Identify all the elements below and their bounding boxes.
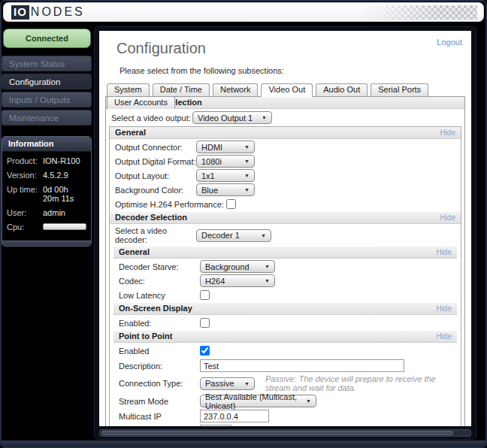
field-label: Description: <box>119 362 200 371</box>
field-label: Decoder Starve: <box>119 262 200 271</box>
connection-status-badge: Connected <box>3 29 91 48</box>
output-digital-format-row: Output Digital Format: 1080i ▼ <box>115 155 461 168</box>
background-color-row: Background Color: Blue ▼ <box>115 183 461 196</box>
stream-mode-row: Stream Mode Best Available (Multicast, U… <box>119 395 457 407</box>
osd-enabled-checkbox[interactable] <box>200 318 210 328</box>
section-header-point-to-point: Point to Point Hide <box>113 331 457 343</box>
chevron-down-icon: ▼ <box>244 159 250 164</box>
section-title: Point to Point <box>119 331 172 341</box>
video-output-select[interactable]: Video Output 1 ▼ <box>192 111 272 124</box>
section-title: Decoder Selection <box>115 213 187 222</box>
scrollbar-thumb[interactable] <box>101 431 453 435</box>
section-header-decoder-selection: Decoder Selection Hide <box>110 212 461 224</box>
hide-link-decoder-selection[interactable]: Hide <box>440 213 455 222</box>
sidebar-item-inputs-outputs[interactable]: Inputs / Outputs <box>2 92 92 107</box>
tab-serial-ports[interactable]: Serial Ports <box>371 83 428 96</box>
field-label: Output Layout: <box>115 171 196 180</box>
selected-value: 1080i <box>201 157 222 166</box>
output-layout-select[interactable]: 1x1 ▼ <box>196 169 255 182</box>
decoder-starve-select[interactable]: Background ▼ <box>200 260 275 273</box>
section-header-on-screen-display: On-Screen Display Hide <box>113 303 457 315</box>
field-label: Select a video decoder: <box>115 226 196 244</box>
sidebar-item-configuration[interactable]: Configuration <box>2 74 92 89</box>
stream-mode-select[interactable]: Best Available (Multicast, Unicast) ▼ <box>200 395 316 407</box>
page-title: Configuration <box>116 40 465 57</box>
output-digital-format-select[interactable]: 1080i ▼ <box>196 155 255 168</box>
info-value: 4.5.2.9 <box>43 171 68 180</box>
codec-select[interactable]: H264 ▼ <box>200 274 275 287</box>
video-output-select-row: Select a video output: Video Output 1 ▼ <box>111 111 464 124</box>
multicast-ip-row: Multicast IP <box>119 410 457 422</box>
selected-value: Best Available (Multicast, Unicast) <box>205 392 301 410</box>
chevron-down-icon: ▼ <box>265 264 270 269</box>
cpu-usage-meter <box>43 223 86 230</box>
selected-value: Background <box>205 262 250 271</box>
info-label: Up time: <box>7 185 43 203</box>
section-header-general: General Hide <box>110 127 461 139</box>
field-label: Enabled <box>119 347 200 356</box>
pixel-pattern-decoration <box>364 5 477 20</box>
selected-value: Blue <box>201 186 218 195</box>
information-panel-body: Product: ION-R100 Version: 4.5.2.9 Up ti… <box>2 152 91 240</box>
video-decoder-select-row: Select a video decoder: Decoder 1 ▼ <box>115 226 461 244</box>
output-connector-row: Output Connector: HDMI ▼ <box>115 141 461 153</box>
description-input[interactable] <box>200 359 404 372</box>
optimise-h264-checkbox[interactable] <box>226 199 236 209</box>
section-title: On-Screen Display <box>119 304 192 313</box>
ptp-enabled-checkbox[interactable] <box>200 346 210 356</box>
tab-video-out[interactable]: Video Out <box>261 83 313 97</box>
selected-value: Passive <box>205 379 234 388</box>
ionodes-logo: IO NODES <box>11 5 85 20</box>
info-row-uptime: Up time: 0d 00h 20m 11s <box>7 185 86 203</box>
tab-system[interactable]: System <box>107 83 150 96</box>
tab-bar: System Date / Time Network Video Out Aud… <box>107 83 465 96</box>
hide-link-decoder-general[interactable]: Hide <box>436 248 452 256</box>
chevron-down-icon: ▼ <box>306 398 311 404</box>
optimise-h264-row: Optimise H.264 Performance: <box>115 198 461 210</box>
connection-type-row: Connection Type: Passive ▼ Passive: The … <box>119 374 457 392</box>
chevron-down-icon: ▼ <box>244 381 250 386</box>
video-decoder-select[interactable]: Decoder 1 ▼ <box>196 229 271 242</box>
source-port-input[interactable] <box>200 425 231 426</box>
hide-link-on-screen-display[interactable]: Hide <box>436 304 452 313</box>
info-label: Cpu: <box>7 222 43 232</box>
info-value: admin <box>43 208 65 217</box>
sidebar-item-maintenance[interactable]: Maintenance <box>2 110 92 126</box>
section-header-decoder-general: General Hide <box>113 247 457 259</box>
background-color-select[interactable]: Blue ▼ <box>196 183 255 196</box>
tab-date-time[interactable]: Date / Time <box>153 83 210 96</box>
ptp-enabled-row: Enabled <box>119 344 457 357</box>
tab-user-accounts[interactable]: User Accounts <box>107 96 175 109</box>
video-out-tab-panel: Video Output Selection Select a video ou… <box>105 96 465 426</box>
low-latency-row: Low Latency <box>119 289 457 301</box>
window-bottom-edge <box>2 440 485 446</box>
page-subtitle: Please select from the following subsect… <box>119 66 465 75</box>
selected-value: HDMI <box>201 143 222 152</box>
chevron-down-icon: ▼ <box>262 115 267 120</box>
connection-type-select[interactable]: Passive ▼ <box>200 377 255 390</box>
field-label: Low Latency <box>119 291 200 300</box>
section-title: General <box>115 128 146 137</box>
sidebar-item-system-status[interactable]: System Status <box>2 56 92 71</box>
field-label: Enabled: <box>119 319 200 328</box>
tab-network[interactable]: Network <box>213 83 258 96</box>
logout-link[interactable]: Logout <box>437 38 462 47</box>
hide-link-general[interactable]: Hide <box>440 129 455 137</box>
selected-value: Decoder 1 <box>201 231 240 240</box>
info-row-cpu: Cpu: <box>7 222 86 232</box>
low-latency-checkbox[interactable] <box>200 290 210 300</box>
description-row: Description: <box>119 359 457 372</box>
horizontal-scrollbar[interactable] <box>99 429 471 437</box>
chevron-down-icon: ▼ <box>261 233 266 238</box>
chevron-down-icon: ▼ <box>244 187 250 192</box>
chevron-down-icon: ▼ <box>265 278 270 283</box>
hide-link-point-to-point[interactable]: Hide <box>436 332 452 341</box>
information-panel: Information Product: ION-R100 Version: 4… <box>2 136 92 247</box>
info-value: 0d 00h 20m 11s <box>43 185 86 203</box>
output-connector-select[interactable]: HDMI ▼ <box>196 141 255 153</box>
information-panel-scrollbar[interactable] <box>2 240 91 246</box>
source-port-row: Source Port: (1 - 65535) <box>119 425 457 426</box>
tab-audio-out[interactable]: Audio Out <box>316 83 368 96</box>
multicast-ip-input[interactable] <box>200 410 269 422</box>
field-label: Select a video output: <box>111 114 192 123</box>
